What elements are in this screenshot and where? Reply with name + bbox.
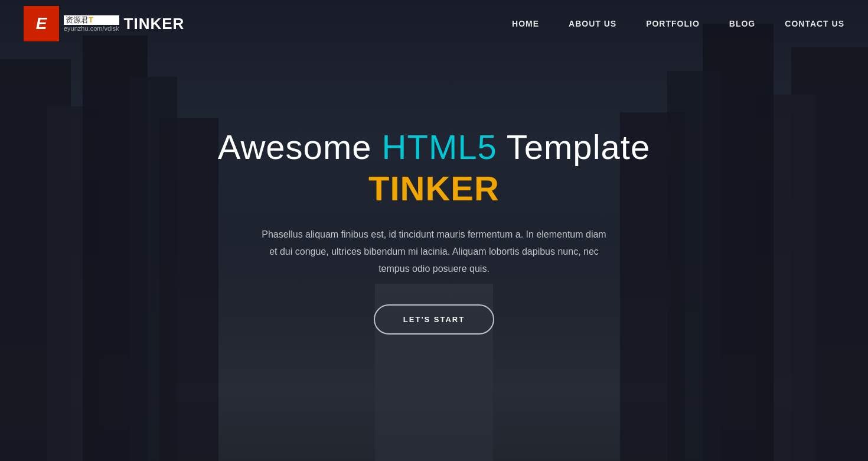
nav-item-home[interactable]: HOME [512,19,539,28]
hero-title-part2: Template [497,128,650,166]
logo-area: E 资源君T eyunzhu.com/vdisk TINKER [24,6,184,41]
logo-chinese-text: 资源君T [64,15,119,25]
logo-icon: E [24,6,59,41]
hero-title: Awesome HTML5 Template TINKER [192,126,676,209]
logo-brand-name: TINKER [124,15,185,33]
nav-item-contact[interactable]: CONTACT US [785,19,844,28]
nav-item-blog[interactable]: BLOG [729,19,755,28]
hero-title-html5: HTML5 [382,128,497,166]
hero-section: E 资源君T eyunzhu.com/vdisk TINKER HOME ABO… [0,0,868,461]
logo-sub-url: eyunzhu.com/vdisk [64,25,119,32]
nav-item-portfolio[interactable]: PORTFOLIO [646,19,700,28]
header: E 资源君T eyunzhu.com/vdisk TINKER HOME ABO… [0,0,868,47]
hero-description: Phasellus aliquam finibus est, id tincid… [257,226,611,277]
logo-text-area: 资源君T eyunzhu.com/vdisk [64,15,119,32]
hero-content: Awesome HTML5 Template TINKER Phasellus … [168,126,700,335]
hero-title-tinker: TINKER [368,169,500,207]
logo-t-letter: T [89,15,93,24]
nav-item-about[interactable]: ABOUT US [569,19,616,28]
hero-title-part1: Awesome [218,128,382,166]
hero-cta-button[interactable]: LET'S START [374,304,494,335]
main-nav: HOME ABOUT US PORTFOLIO BLOG CONTACT US [512,19,844,28]
